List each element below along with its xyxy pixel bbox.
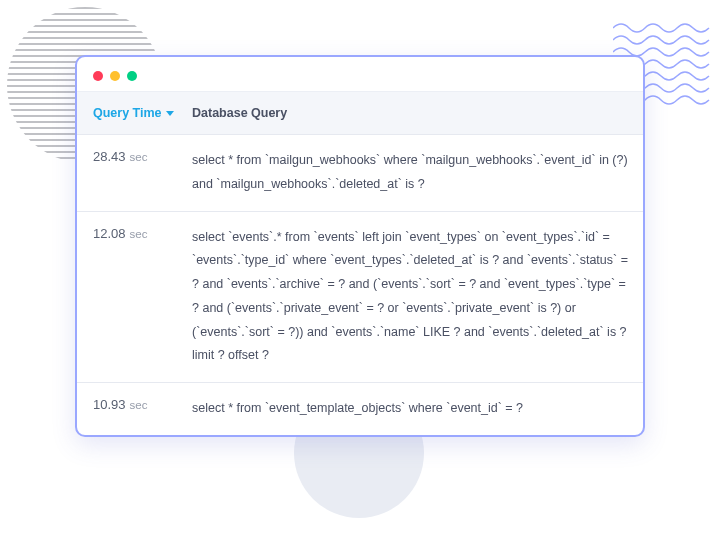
cell-query: select `events`.* from `events` left joi… [192,212,643,383]
cell-query: select * from `mailgun_webhooks` where `… [192,135,643,211]
time-unit: sec [130,151,148,163]
table-header-row: Query Time Database Query [77,92,643,135]
table-row: 10.93 sec select * from `event_template_… [77,383,643,435]
cell-time: 10.93 sec [77,383,192,435]
window-titlebar [77,57,643,92]
header-query-time[interactable]: Query Time [77,92,192,134]
time-unit: sec [130,399,148,411]
time-unit: sec [130,228,148,240]
query-window: Query Time Database Query 28.43 sec sele… [75,55,645,437]
cell-time: 12.08 sec [77,212,192,383]
cell-time: 28.43 sec [77,135,192,211]
sort-desc-icon [166,111,174,116]
time-value: 10.93 [93,397,126,412]
table-row: 12.08 sec select `events`.* from `events… [77,212,643,384]
table-row: 28.43 sec select * from `mailgun_webhook… [77,135,643,212]
maximize-icon[interactable] [127,71,137,81]
header-database-query-label: Database Query [192,106,287,120]
header-database-query[interactable]: Database Query [192,92,643,134]
minimize-icon[interactable] [110,71,120,81]
cell-query: select * from `event_template_objects` w… [192,383,643,435]
time-value: 28.43 [93,149,126,164]
close-icon[interactable] [93,71,103,81]
header-query-time-label: Query Time [93,106,162,120]
time-value: 12.08 [93,226,126,241]
